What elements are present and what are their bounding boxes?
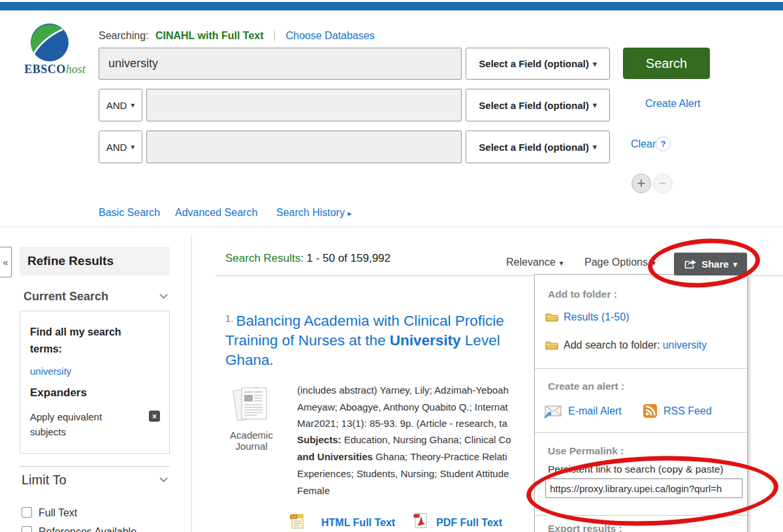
refine-results-title: Refine Results xyxy=(20,247,170,275)
ebsco-logo-icon xyxy=(29,21,71,63)
expander-item-label: Apply equivalent subjects xyxy=(30,409,135,439)
email-alert-link[interactable]: E-mail Alert xyxy=(544,403,622,418)
academic-journal-icon xyxy=(230,383,272,424)
add-search-to-folder-link[interactable]: Add search to folder: university xyxy=(545,339,707,351)
separator xyxy=(274,31,275,41)
field-select-2[interactable]: Select a Field (optional)▾ xyxy=(466,89,610,121)
search-input-3[interactable] xyxy=(146,131,462,163)
expanders-label: Expanders xyxy=(30,386,87,399)
source-type-label: Academic Journal xyxy=(222,430,281,452)
sidebar-results-divider xyxy=(191,235,192,532)
chevron-down-icon: ▾ xyxy=(131,101,135,110)
use-permalink-label: Use Permalink : xyxy=(548,445,624,457)
chevron-collapse-icon[interactable] xyxy=(159,477,168,482)
result-number: 1. xyxy=(225,313,234,324)
permalink-input[interactable] xyxy=(545,478,743,498)
add-results-to-folder-link[interactable]: Results (1-50) xyxy=(545,311,629,323)
folder-icon xyxy=(545,312,558,322)
export-results-label: Export results : xyxy=(548,523,622,532)
advanced-search-link[interactable]: Advanced Search xyxy=(175,207,257,219)
page-options-dropdown[interactable]: Page Options▾ xyxy=(584,257,656,268)
menu-divider xyxy=(535,432,747,433)
current-search-heading: Current Search xyxy=(24,290,108,304)
clear-link[interactable]: Clear xyxy=(631,138,656,150)
permalink-hint: Persistent link to search (copy & paste) xyxy=(548,463,724,475)
remove-expander-button[interactable]: × xyxy=(149,411,160,422)
ebscohost-screen: EBSCOhost Searching: CINAHL with Full Te… xyxy=(0,0,783,532)
help-icon[interactable]: ? xyxy=(656,136,671,151)
pdf-full-text-link[interactable]: PDF Full Text xyxy=(436,517,502,529)
database-name: CINAHL with Full Text xyxy=(155,30,264,41)
rss-feed-link[interactable]: RSS Feed xyxy=(643,404,712,418)
add-to-folder-label: Add to folder : xyxy=(548,289,617,300)
search-button[interactable]: Search xyxy=(623,48,710,79)
results-range-label: Results (1-50) xyxy=(564,311,629,323)
search-input-1[interactable] xyxy=(99,48,462,80)
brand-name: EBSCO xyxy=(24,63,66,76)
basic-search-link[interactable]: Basic Search xyxy=(99,207,160,219)
page-options-label: Page Options xyxy=(584,257,648,268)
email-alert-label: E-mail Alert xyxy=(568,405,622,417)
remove-row-button[interactable]: − xyxy=(653,174,673,193)
subjects-line1: Education, Nursing Ghana; Clinical Co xyxy=(342,434,511,445)
field-select-1[interactable]: Select a Field (optional)▾ xyxy=(466,48,610,80)
brand-suffix: host xyxy=(66,63,86,76)
html-full-text-link[interactable]: HTML Full Text xyxy=(321,517,395,529)
chevron-collapse-icon[interactable] xyxy=(159,294,168,299)
create-alert-link[interactable]: Create Alert xyxy=(645,98,700,110)
add-row-button[interactable]: + xyxy=(631,174,651,193)
pdf-icon xyxy=(413,512,428,531)
boolean-select-3-label: AND xyxy=(106,142,127,153)
search-term-link[interactable]: university xyxy=(30,366,71,377)
result-title-keyword: University xyxy=(390,332,461,349)
add-search-term: university xyxy=(663,339,707,351)
share-icon xyxy=(684,259,697,270)
relevance-sort-dropdown[interactable]: Relevance▾ xyxy=(506,257,564,268)
choose-databases-link[interactable]: Choose Databases xyxy=(285,30,374,41)
source-type-line2: Journal xyxy=(235,441,267,452)
references-available-checkbox[interactable] xyxy=(22,526,32,532)
field-select-3-label: Select a Field (optional) xyxy=(479,142,588,153)
search-history-link[interactable]: Search History ▸ xyxy=(276,207,351,219)
collapse-sidebar-button[interactable]: « xyxy=(0,247,12,277)
find-terms-label: Find all my search terms: xyxy=(30,324,144,358)
share-button[interactable]: Share ▾ xyxy=(674,253,747,275)
chevron-down-icon: ▾ xyxy=(593,59,597,69)
triangle-right-icon: ▸ xyxy=(347,209,351,218)
references-available-label: References Available xyxy=(39,526,136,532)
source-type-line1: Academic xyxy=(230,430,273,441)
subjects-line2: Ghana; Theory-Practice Relati xyxy=(373,451,507,462)
subjects-keyword: and Universities xyxy=(297,451,373,462)
search-results-range: 1 - 50 of 159,992 xyxy=(306,252,391,264)
search-input-2[interactable] xyxy=(146,89,462,121)
field-select-3[interactable]: Select a Field (optional)▾ xyxy=(466,131,610,163)
searching-label: Searching: xyxy=(99,30,149,41)
field-select-2-label: Select a Field (optional) xyxy=(479,100,588,111)
result-title-line1: Balancing Academia with Clinical Profici… xyxy=(236,313,504,329)
ebscohost-logo: EBSCOhost xyxy=(12,63,98,76)
chevron-down-icon: ▾ xyxy=(593,101,597,110)
chevron-down-icon: ▾ xyxy=(733,260,737,269)
boolean-select-2[interactable]: AND▾ xyxy=(99,89,142,121)
relevance-label: Relevance xyxy=(506,257,556,268)
create-alert-label: Create an alert : xyxy=(548,381,624,392)
boolean-select-3[interactable]: AND▾ xyxy=(99,131,142,163)
rss-feed-label: RSS Feed xyxy=(663,405,712,417)
full-text-checkbox[interactable] xyxy=(22,507,32,518)
subjects-label: Subjects: xyxy=(297,434,342,445)
chevron-down-icon: ▾ xyxy=(560,258,564,268)
sidebar-divider xyxy=(20,466,170,467)
searching-line: Searching: CINAHL with Full Text Choose … xyxy=(99,30,375,42)
full-text-label: Full Text xyxy=(39,507,77,519)
top-navigation-bar xyxy=(0,2,783,10)
share-dropdown-menu: Add to folder : Results (1-50) Add searc… xyxy=(534,274,748,532)
chevron-down-icon: ▾ xyxy=(593,142,597,151)
header-divider xyxy=(0,227,783,227)
limit-to-heading: Limit To xyxy=(22,473,67,488)
search-results-label: Search Results: xyxy=(225,252,304,264)
html-icon xyxy=(289,513,305,531)
result-title-link[interactable]: 1.Balancing Academia with Clinical Profi… xyxy=(225,309,539,370)
add-search-prefix: Add search to folder: xyxy=(564,339,660,351)
share-label: Share xyxy=(701,258,729,270)
search-results-count: Search Results: 1 - 50 of 159,992 xyxy=(225,252,391,265)
